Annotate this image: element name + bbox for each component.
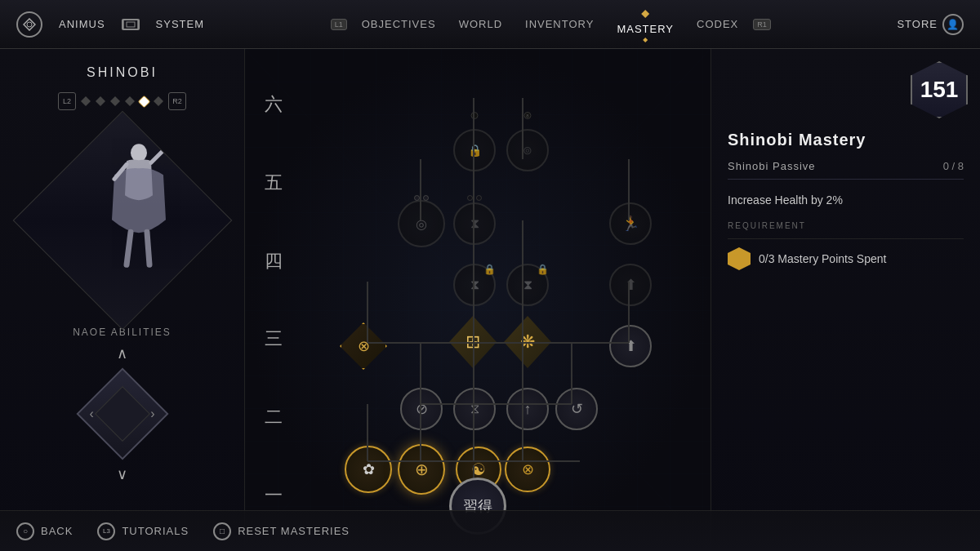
- tutorials-icon: L3: [97, 522, 115, 540]
- left-arrow[interactable]: ‹: [90, 407, 94, 420]
- store-circle-icon: 👤: [942, 14, 964, 35]
- right-panel: 151 Shinobi Mastery Shinobi Passive 0 / …: [710, 49, 980, 551]
- left-panel: SHINOBI L2 R2: [0, 49, 245, 551]
- skill-type-row: Shinobi Passive 0 / 8: [728, 153, 964, 180]
- tutorials-label: Tutorials: [122, 525, 189, 537]
- right-arrow[interactable]: ›: [150, 407, 154, 420]
- level-dot-3: [110, 96, 120, 106]
- store-label: Store: [897, 18, 938, 30]
- lock-icon-4-1: 🔒: [483, 264, 496, 275]
- top-navigation: Animus System L1 Objectives World Invent…: [0, 0, 980, 49]
- r2-button[interactable]: R2: [168, 92, 186, 110]
- nav-inventory[interactable]: Inventory: [517, 15, 602, 33]
- back-button[interactable]: ○ Back: [16, 522, 73, 540]
- system-icon: [122, 19, 140, 30]
- skill-node-1-4[interactable]: ⊗: [504, 446, 551, 493]
- svg-rect-2: [123, 20, 138, 29]
- reset-icon: □: [213, 522, 231, 540]
- skill-node-2-4[interactable]: ↺: [553, 385, 600, 433]
- skill-node-5-3[interactable]: 🏃: [607, 200, 654, 247]
- skill-node-4-3[interactable]: ⬆: [607, 261, 654, 309]
- skill-node-1-1[interactable]: ✿: [345, 446, 392, 493]
- reset-button[interactable]: □ Reset Masteries: [213, 522, 350, 540]
- character-name: SHINOBI: [87, 65, 158, 80]
- svg-marker-0: [24, 19, 35, 30]
- skill-node-2-1[interactable]: ⊘: [398, 385, 445, 433]
- nav-world[interactable]: World: [451, 15, 510, 33]
- row-label-4: 四: [257, 249, 290, 273]
- mastery-points-hexagon: 151: [911, 61, 968, 118]
- row-label-2: 二: [257, 405, 290, 429]
- animus-icon[interactable]: [16, 11, 42, 38]
- svg-rect-3: [127, 22, 135, 27]
- level-dot-4: [125, 96, 135, 106]
- shinobi-silhouette: [86, 138, 192, 277]
- mastery-nav-diamond: [641, 10, 649, 18]
- nav-codex[interactable]: Codex: [688, 15, 746, 33]
- mastery-points-value: 151: [920, 77, 959, 103]
- l1-label: L1: [331, 19, 347, 30]
- reset-label: Reset Masteries: [238, 525, 350, 537]
- system-label[interactable]: System: [156, 18, 204, 30]
- skill-node-6-1[interactable]: 🔒: [451, 127, 498, 174]
- svg-point-1: [27, 22, 32, 27]
- requirement-text: 0/3 Mastery Points Spent: [759, 252, 886, 265]
- bottom-bar: ○ Back L3 Tutorials □ Reset Masteries: [0, 510, 980, 551]
- nav-mastery[interactable]: Mastery: [608, 20, 682, 38]
- skill-rank: 0 / 8: [943, 160, 964, 172]
- character-selector: ‹ ›: [86, 377, 159, 451]
- level-dots: L2 R2: [58, 92, 186, 110]
- skill-node-3-3[interactable]: ❋: [504, 318, 551, 366]
- skill-node-5-1[interactable]: ◎: [398, 200, 445, 247]
- l2-button[interactable]: L2: [58, 92, 76, 110]
- animus-label[interactable]: Animus: [59, 18, 105, 30]
- level-dot-current: [138, 95, 151, 108]
- selector-diamond-inner: [95, 386, 150, 442]
- skill-node-3-1[interactable]: ⊗: [340, 322, 387, 370]
- tutorials-button[interactable]: L3 Tutorials: [97, 522, 189, 540]
- store-button[interactable]: Store 👤: [897, 14, 964, 35]
- skill-node-3-2[interactable]: ⊞: [449, 318, 497, 366]
- back-icon: ○: [16, 522, 34, 540]
- skill-description: Increase Health by 2%: [728, 192, 964, 209]
- r1-label: R1: [753, 19, 771, 30]
- requirement-item: 0/3 Mastery Points Spent: [728, 247, 964, 270]
- requirement-hex-icon: [728, 247, 751, 270]
- skill-node-6-2[interactable]: 8 ⊚: [504, 127, 551, 174]
- down-arrow[interactable]: ∨: [117, 465, 127, 483]
- nav-right: Store 👤: [897, 14, 964, 35]
- svg-marker-31: [733, 253, 745, 264]
- nav-left: Animus System: [16, 11, 204, 38]
- skill-node-2-3[interactable]: ↑: [504, 385, 551, 433]
- nav-objectives[interactable]: Objectives: [354, 15, 444, 33]
- skill-node-4-1[interactable]: ⧗ 🔒: [451, 261, 498, 309]
- skill-tree: 六 五 四 三 二 一 ✿ ⊕ ☯ ⊗ ⊘ ⧖: [245, 49, 710, 551]
- svg-point-4: [131, 144, 147, 162]
- skill-node-5-2[interactable]: ⧗: [451, 200, 498, 247]
- level-dot-2: [96, 96, 105, 106]
- character-portrait: [12, 111, 232, 331]
- skill-node-4-2[interactable]: ⧗ 🔒: [504, 261, 551, 309]
- skill-node-1-2[interactable]: ⊕: [398, 446, 445, 493]
- row-label-6: 六: [257, 92, 290, 117]
- skill-info: Shinobi Mastery Shinobi Passive 0 / 8 In…: [728, 131, 964, 270]
- mastery-points-container: 151: [911, 61, 968, 118]
- level-dot-5: [154, 96, 163, 106]
- back-label: Back: [41, 525, 73, 537]
- row-label-5: 五: [257, 171, 290, 195]
- row-label-3: 三: [257, 327, 290, 351]
- row-label-1: 一: [257, 483, 290, 508]
- skill-node-2-2[interactable]: ⧖: [451, 385, 498, 433]
- lock-icon-4-2: 🔒: [537, 264, 549, 275]
- row-labels: 六 五 四 三 二 一: [257, 49, 290, 551]
- skill-node-3-4[interactable]: ⬆: [607, 322, 654, 370]
- skill-name: Shinobi Mastery: [728, 131, 964, 149]
- requirement-label: REQUIREMENT: [728, 221, 964, 230]
- level-dot-1: [81, 96, 91, 106]
- nav-center: L1 Objectives World Inventory Mastery Co…: [204, 10, 897, 38]
- skill-type: Shinobi Passive: [728, 160, 816, 172]
- up-arrow[interactable]: ∧: [117, 344, 127, 362]
- requirement-divider: [728, 238, 964, 239]
